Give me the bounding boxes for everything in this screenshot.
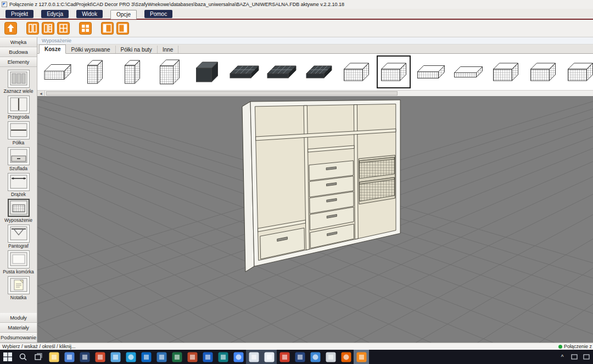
taskbar-app-icon-11[interactable] <box>200 350 215 364</box>
gallery-item-wire-deep[interactable] <box>339 55 373 88</box>
taskbar-app-icon-18[interactable] <box>307 350 323 364</box>
pantograf-icon <box>8 225 30 243</box>
task-view-button[interactable] <box>31 350 46 364</box>
sidebar-section-moduły[interactable]: Moduły <box>0 313 37 323</box>
taskbar-app-icon-1[interactable] <box>46 350 61 364</box>
wyposazenie-icon <box>8 199 30 217</box>
tray-icon-2[interactable] <box>582 350 591 363</box>
sidebar-tool-label: Pusta komórka <box>3 269 34 275</box>
menu-pomoc[interactable]: Pomoc <box>144 10 172 18</box>
insert-left-button[interactable] <box>100 21 114 35</box>
sidebar-tool-polka[interactable]: Półka <box>0 120 37 146</box>
sidebar-section-podsumowanie[interactable]: Podsumowanie <box>0 333 37 343</box>
viewport-canvas[interactable] <box>37 96 593 343</box>
sidebar-tool-label: Pantograf <box>8 243 29 249</box>
taskbar-app-icon-14[interactable] <box>246 350 261 364</box>
scroll-left-arrow-button[interactable]: ◄ <box>37 91 45 96</box>
toolbar <box>0 20 593 37</box>
status-hint: Wybierz / wskaż / określ / kliknij... <box>2 344 75 349</box>
taskbar-app-icon-16[interactable] <box>277 350 292 364</box>
sidebar-tool-label: Wyposażenie <box>4 217 32 223</box>
sidebar-section-elementy[interactable]: Elementy <box>0 57 37 67</box>
gallery-item-wire-tall[interactable] <box>115 55 149 88</box>
taskbar-app-icon-19[interactable] <box>323 350 338 364</box>
tab-kosze[interactable]: Kosze <box>39 44 66 54</box>
scrollbar-thumb[interactable] <box>46 91 398 96</box>
sidebar-tool-label: Zaznacz wiele <box>4 88 33 94</box>
sidebar-tool-notatka[interactable]: Notatka <box>0 275 37 301</box>
taskbar-app-icon-8[interactable] <box>154 350 169 364</box>
gallery-item-wire-deep[interactable] <box>526 55 560 88</box>
taskbar-app-icon-12[interactable] <box>215 350 231 364</box>
viewport-3d[interactable] <box>37 96 593 343</box>
main-area: WnękaBudowaElementyZaznacz wielePrzegrod… <box>0 37 593 343</box>
sidebar-tool-szuflada[interactable]: Szuflada <box>0 146 37 172</box>
gallery-item-solid-bin[interactable] <box>190 55 224 88</box>
wardrobe-shelves-button[interactable] <box>41 21 55 35</box>
sidebar-section-materiały[interactable]: Materiały <box>0 323 37 333</box>
tab-p-ki-na-buty[interactable]: Półki na buty <box>116 46 158 53</box>
taskbar-app-icon-21[interactable] <box>354 350 369 364</box>
sidebar-tool-zaznacz[interactable]: Zaznacz wiele <box>0 69 37 94</box>
sidebar-tool-pusta[interactable]: Pusta komórka <box>0 249 37 275</box>
tab-inne[interactable]: Inne <box>158 46 178 53</box>
taskbar-app-icon-9[interactable] <box>169 350 184 364</box>
sidebar-section-budowa[interactable]: Budowa <box>0 47 37 57</box>
gallery-item-tray-small[interactable] <box>302 55 336 88</box>
sidebar-tool-label: Notatka <box>10 295 26 300</box>
content-area: Wyposażenie KoszePółki wysuwanePółki na … <box>37 37 593 343</box>
statusbar: Wybierz / wskaż / określ / kliknij... Po… <box>0 343 593 350</box>
sidebar-section-wnęka[interactable]: Wnęka <box>0 37 37 47</box>
taskbar-app-icon-5[interactable] <box>108 350 123 364</box>
gallery-item-wire-deep[interactable] <box>489 55 523 88</box>
search-button[interactable] <box>15 350 31 364</box>
gallery-item-tray[interactable] <box>227 55 261 88</box>
item-gallery <box>37 54 593 90</box>
taskbar-app-icon-17[interactable] <box>292 350 307 364</box>
application-window: Połączenie z 127.0.0.1:C:\CadProjekt\CAD… <box>0 0 593 364</box>
taskbar-app-icon-3[interactable] <box>77 350 92 364</box>
taskbar-app-icon-10[interactable] <box>184 350 200 364</box>
insert-right-button[interactable] <box>116 21 130 35</box>
tray-expand-button[interactable]: ^ <box>558 350 567 363</box>
connection-status-text: Połączenie z <box>564 344 592 349</box>
gallery-item-wire-flat[interactable] <box>451 55 485 88</box>
taskbar-app-icon-7[interactable] <box>138 350 154 364</box>
taskbar-app-icon-6[interactable] <box>123 350 138 364</box>
sidebar-tool-drazek[interactable]: Drążek <box>0 172 37 198</box>
gallery-item-wire-deep[interactable] <box>563 55 593 88</box>
wardrobe-doors-button[interactable] <box>26 21 40 35</box>
tab-p-ki-wysuwane[interactable]: Półki wysuwane <box>66 46 115 53</box>
polka-icon <box>8 121 30 139</box>
drazek-icon <box>8 173 30 191</box>
tray-icon-1[interactable] <box>570 350 579 363</box>
taskbar-app-icon-15[interactable] <box>261 350 277 364</box>
panel-title: Wyposażenie <box>37 37 593 44</box>
gallery-scrollbar[interactable]: ◄ <box>37 90 593 96</box>
menu-opcje[interactable]: Opcje <box>110 10 137 19</box>
sidebar-tool-przegroda[interactable]: Przegroda <box>0 94 37 120</box>
gallery-item-wire-tall[interactable] <box>78 55 112 88</box>
start-button[interactable] <box>0 350 15 364</box>
system-tray: ^ <box>558 350 593 363</box>
menu-projekt[interactable]: Projekt <box>5 10 33 18</box>
taskbar-app-icon-4[interactable] <box>92 350 108 364</box>
menu-edycja[interactable]: Edycja <box>41 10 69 18</box>
gallery-item-tray[interactable] <box>265 55 299 88</box>
wardrobe-grid-button[interactable] <box>57 21 70 35</box>
gallery-item-wire-shallow[interactable] <box>414 55 448 88</box>
sidebar-tool-label: Szuflada <box>9 166 27 171</box>
taskbar-app-icon-13[interactable] <box>231 350 246 364</box>
sidebar-tool-wyposazenie[interactable]: Wyposażenie <box>0 198 37 223</box>
gallery-item-wire-deep[interactable] <box>377 55 411 88</box>
taskbar-app-icon-20[interactable] <box>338 350 354 364</box>
menu-widok[interactable]: Widok <box>76 10 103 18</box>
exit-up-button[interactable] <box>4 21 18 35</box>
pusta-icon <box>8 250 30 268</box>
taskbar-app-icon-2[interactable] <box>61 350 77 364</box>
sidebar-tool-label: Drążek <box>11 192 26 197</box>
gallery-item-wire-tall-wide[interactable] <box>153 55 187 88</box>
module-grid-button[interactable] <box>79 21 92 35</box>
sidebar-tool-pantograf[interactable]: Pantograf <box>0 223 37 249</box>
gallery-item-wire-low[interactable] <box>41 55 75 88</box>
